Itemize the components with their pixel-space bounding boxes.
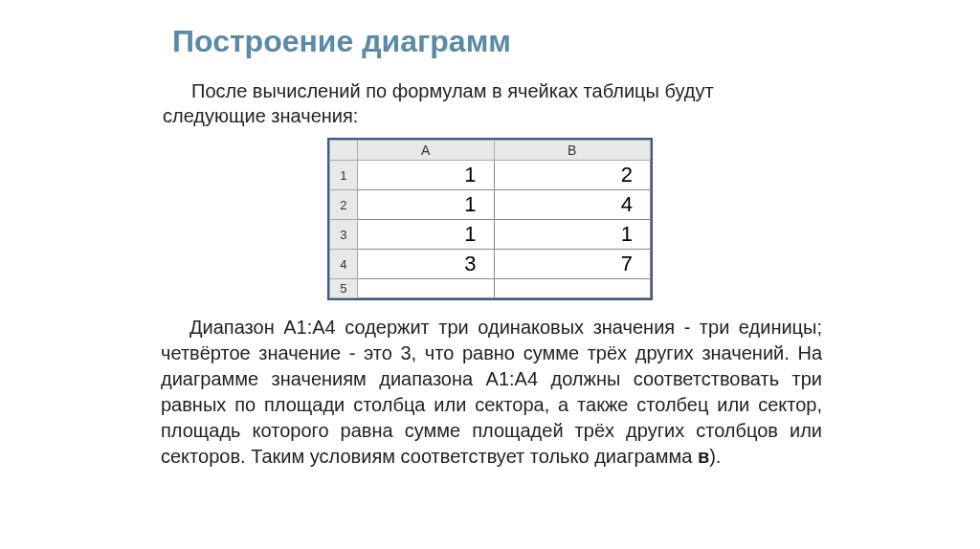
body-text-part1: Диапазон A1:A4 содержит три одинаковых з… (161, 317, 822, 467)
page-title: Построение диаграмм (172, 24, 980, 59)
column-header-a: A (357, 141, 494, 161)
body-text-bold: в (698, 446, 709, 467)
cell-b5 (494, 279, 650, 298)
cell-b2: 4 (494, 190, 650, 220)
row-header-3: 3 (330, 220, 358, 250)
cell-a2: 1 (357, 190, 494, 220)
cell-b3: 1 (494, 220, 650, 250)
row-header-2: 2 (330, 190, 358, 220)
body-paragraph: Диапазон A1:A4 содержит три одинаковых з… (161, 315, 822, 470)
corner-cell (330, 141, 358, 161)
cell-a3: 1 (357, 220, 494, 250)
row-header-4: 4 (330, 250, 358, 279)
cell-a1: 1 (357, 161, 494, 190)
cell-a5 (357, 279, 494, 298)
intro-paragraph: После вычислений по формулам в ячейках т… (163, 78, 817, 128)
column-header-b: B (494, 141, 650, 161)
row-header-5: 5 (330, 279, 358, 298)
spreadsheet-container: A B 1 1 2 2 1 4 3 1 1 4 3 7 5 (327, 138, 653, 300)
cell-b4: 7 (494, 250, 650, 279)
spreadsheet-table: A B 1 1 2 2 1 4 3 1 1 4 3 7 5 (329, 140, 651, 298)
cell-a4: 3 (357, 250, 494, 279)
cell-b1: 2 (494, 161, 650, 190)
row-header-1: 1 (330, 161, 358, 190)
body-text-part2: ). (709, 446, 721, 467)
